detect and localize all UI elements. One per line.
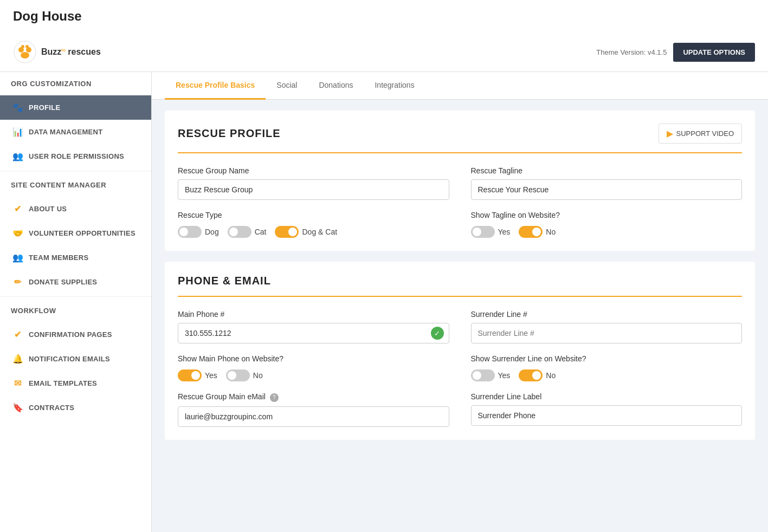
- show-tagline-no-toggle[interactable]: [519, 226, 543, 238]
- app-title: Dog House: [0, 0, 768, 33]
- rescue-type-dog-toggle[interactable]: [178, 226, 202, 238]
- update-options-button[interactable]: UPDATE OPTIONS: [673, 43, 755, 62]
- show-tagline-no-option: No: [519, 226, 556, 238]
- show-tagline-group: Show Tagline on Website? Yes: [471, 211, 743, 238]
- divider-1: [0, 171, 151, 171]
- sidebar-item-user-role-permissions[interactable]: 👥 USER ROLE PERMISSIONS: [0, 144, 151, 168]
- rescue-type-toggles: Dog Cat: [178, 226, 449, 238]
- show-main-phone-no-toggle[interactable]: [226, 369, 250, 381]
- show-tagline-yes-option: Yes: [471, 226, 511, 238]
- show-tagline-yes-label: Yes: [498, 228, 511, 236]
- org-customization-header: ORG CUSTOMIZATION: [0, 72, 151, 95]
- rescue-tagline-input[interactable]: [471, 179, 743, 200]
- rescue-type-dogcat-toggle[interactable]: [275, 226, 299, 238]
- data-management-icon: 📊: [12, 127, 23, 137]
- rescue-profile-section: RESCUE PROFILE ▶ SUPPORT VIDEO Rescue Gr…: [165, 111, 755, 251]
- show-tagline-toggles: Yes No: [471, 226, 743, 238]
- rescue-type-group: Rescue Type Dog: [178, 211, 449, 238]
- sidebar-item-about-us[interactable]: ✔ ABOUT US: [0, 197, 151, 221]
- logo-icon: [13, 40, 37, 64]
- surrender-line-label-field-label: Surrender Line Label: [471, 392, 743, 401]
- phone-email-header: PHONE & EMAIL: [178, 275, 742, 287]
- sidebar-item-contracts[interactable]: 🔖 CONTRACTS: [0, 395, 151, 420]
- contracts-icon: 🔖: [12, 403, 23, 413]
- rescue-group-name-label: Rescue Group Name: [178, 166, 449, 175]
- workflow-header: WORKFLOW: [0, 299, 151, 322]
- toggle-slider-cat: [228, 226, 251, 238]
- toggle-slider-tagline-yes: [471, 226, 495, 238]
- theme-version: Theme Version: v4.1.5: [596, 48, 667, 56]
- show-surrender-no-toggle[interactable]: [519, 369, 543, 381]
- rescue-type-label: Rescue Type: [178, 211, 449, 219]
- check-circle-icon: ✔: [12, 329, 23, 340]
- logo-text: Buzzto rescues: [41, 47, 101, 57]
- support-video-label: SUPPORT VIDEO: [676, 129, 734, 138]
- rescue-profile-header: RESCUE PROFILE ▶ SUPPORT VIDEO: [178, 124, 742, 144]
- divider-2: [0, 296, 151, 297]
- rescue-type-dogcat-label: Dog & Cat: [302, 228, 337, 236]
- toggle-slider-surrender-no: [519, 369, 543, 381]
- tab-donations[interactable]: Donations: [308, 72, 364, 100]
- phone-check-icon: ✓: [431, 327, 444, 340]
- header-bar: Buzzto rescues Theme Version: v4.1.5 UPD…: [0, 33, 768, 72]
- tab-rescue-profile-basics[interactable]: Rescue Profile Basics: [165, 72, 266, 100]
- rescue-tagline-label: Rescue Tagline: [471, 166, 743, 175]
- toggle-slider-dogcat: [275, 226, 299, 238]
- toggle-slider-surrender-yes: [471, 369, 495, 381]
- bell-icon: 🔔: [12, 354, 23, 364]
- rescue-profile-title: RESCUE PROFILE: [178, 127, 281, 140]
- rescue-group-name-group: Rescue Group Name: [178, 166, 449, 200]
- toggle-slider-tagline-no: [519, 226, 543, 238]
- main-phone-input[interactable]: [178, 323, 449, 343]
- surrender-line-group: Surrender Line #: [471, 310, 743, 343]
- rescue-type-cat-label: Cat: [255, 228, 267, 236]
- toggle-slider-dog: [178, 226, 202, 238]
- logo-area: Buzzto rescues: [13, 40, 101, 64]
- users-icon: 👥: [12, 151, 23, 161]
- rescue-tagline-group: Rescue Tagline: [471, 166, 743, 200]
- show-tagline-yes-toggle[interactable]: [471, 226, 495, 238]
- tabs-bar: Rescue Profile Basics Social Donations I…: [152, 72, 768, 100]
- sidebar-item-profile[interactable]: 🐾 PROFILE: [0, 95, 151, 120]
- rescue-group-name-input[interactable]: [178, 179, 449, 200]
- header-right: Theme Version: v4.1.5 UPDATE OPTIONS: [596, 43, 755, 62]
- show-surrender-line-group: Show Surrender Line on Website? Yes: [471, 354, 743, 381]
- toggle-slider-phone-yes: [178, 369, 202, 381]
- phone-email-title: PHONE & EMAIL: [178, 275, 271, 287]
- surrender-line-label: Surrender Line #: [471, 310, 743, 319]
- sidebar-item-data-management[interactable]: 📊 DATA MANAGEMENT: [0, 120, 151, 144]
- show-main-phone-no-label: No: [253, 371, 263, 380]
- support-video-button[interactable]: ▶ SUPPORT VIDEO: [659, 124, 742, 144]
- rescue-type-dog-option: Dog: [178, 226, 219, 238]
- rescue-email-input[interactable]: [178, 406, 449, 427]
- show-main-phone-toggles: Yes No: [178, 369, 449, 381]
- surrender-line-input[interactable]: [471, 323, 743, 343]
- checkmark-icon-about: ✔: [12, 204, 23, 214]
- main-phone-label: Main Phone #: [178, 310, 449, 319]
- show-surrender-yes-toggle[interactable]: [471, 369, 495, 381]
- main-phone-group: Main Phone # ✓: [178, 310, 449, 343]
- sidebar-item-notification-emails[interactable]: 🔔 NOTIFICATION EMAILS: [0, 347, 151, 371]
- surrender-line-label-group: Surrender Line Label: [471, 392, 743, 427]
- rescue-type-cat-toggle[interactable]: [228, 226, 251, 238]
- rescue-type-cat-option: Cat: [228, 226, 267, 238]
- sidebar-item-email-templates[interactable]: ✉ EMAIL TEMPLATES: [0, 371, 151, 395]
- donate-icon: ✏: [12, 277, 23, 287]
- sidebar-item-confirmation-pages[interactable]: ✔ CONFIRMATION PAGES: [0, 322, 151, 347]
- tab-integrations[interactable]: Integrations: [364, 72, 425, 100]
- surrender-line-label-input[interactable]: [471, 405, 743, 426]
- show-surrender-no-option: No: [519, 369, 556, 381]
- show-tagline-no-label: No: [546, 228, 556, 236]
- sidebar-item-team-members[interactable]: 👥 TEAM MEMBERS: [0, 245, 151, 270]
- show-surrender-yes-option: Yes: [471, 369, 511, 381]
- sidebar-item-donate-supplies[interactable]: ✏ DONATE SUPPLIES: [0, 270, 151, 294]
- show-surrender-toggles: Yes No: [471, 369, 743, 381]
- rescue-email-group: Rescue Group Main eMail ?: [178, 392, 449, 427]
- show-surrender-no-label: No: [546, 371, 556, 380]
- team-icon: 👥: [12, 252, 23, 263]
- show-main-phone-yes-toggle[interactable]: [178, 369, 202, 381]
- sidebar-item-volunteer-opportunities[interactable]: 🤝 VOLUNTEER OPPORTUNITIES: [0, 221, 151, 245]
- tab-social[interactable]: Social: [266, 72, 308, 100]
- help-icon-email[interactable]: ?: [270, 393, 279, 402]
- rescue-profile-form: Rescue Group Name Rescue Tagline Rescue …: [178, 166, 742, 238]
